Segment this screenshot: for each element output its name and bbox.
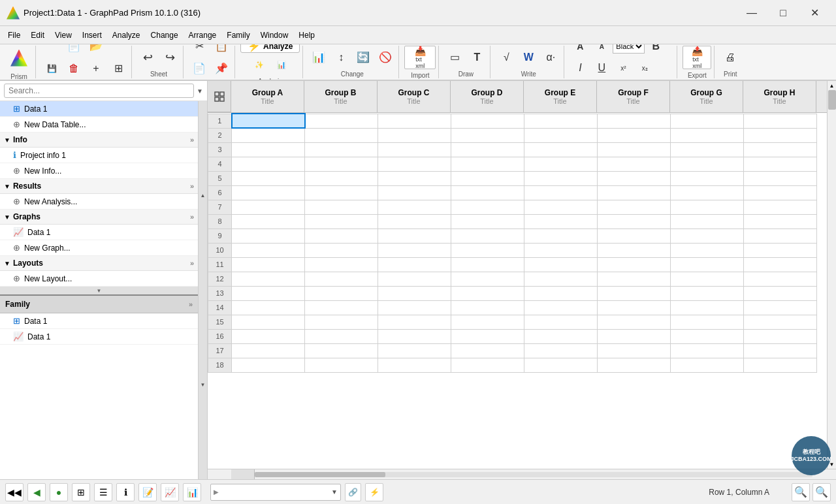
cell-18-B[interactable] — [305, 358, 378, 372]
sidebar-scroll-up[interactable]: ▲ — [199, 101, 207, 291]
cell-18-A[interactable] — [232, 358, 305, 372]
import-button[interactable]: 📥 txtxml — [404, 46, 436, 69]
link-button[interactable]: 🔗 — [345, 483, 361, 501]
cell-16-C[interactable] — [378, 329, 451, 343]
cell-4-D[interactable] — [451, 157, 524, 171]
cell-15-B[interactable] — [305, 315, 378, 329]
cell-18-H[interactable] — [744, 358, 817, 372]
info-expand-btn[interactable]: » — [190, 136, 194, 144]
cell-17-B[interactable] — [305, 343, 378, 358]
cell-12-F[interactable] — [598, 272, 671, 286]
view-grid-button[interactable]: ⊞ — [72, 483, 90, 501]
cell-10-H[interactable] — [744, 243, 817, 257]
cell-13-F[interactable] — [598, 286, 671, 300]
menu-change[interactable]: Change — [146, 28, 184, 42]
sidebar-item-newgraph[interactable]: ⊕ New Graph... — [0, 240, 198, 256]
cell-8-B[interactable] — [305, 214, 378, 228]
sidebar-scroll-down-indicator[interactable]: ▼ — [0, 287, 198, 294]
sidebar-section-results[interactable]: ▼ Results » — [0, 179, 198, 194]
cell-9-H[interactable] — [744, 228, 817, 243]
paste-button[interactable]: 📄 — [189, 58, 210, 79]
print-button[interactable]: 🖨 — [720, 47, 741, 68]
col-header-a[interactable]: Group ATitle — [231, 81, 304, 112]
cell-14-F[interactable] — [598, 300, 671, 315]
exclude-button[interactable]: 🚫 — [375, 47, 396, 68]
font-size-down-button[interactable]: A — [591, 44, 612, 57]
cell-12-D[interactable] — [451, 272, 524, 286]
superscript-button[interactable]: x² — [613, 57, 634, 78]
cell-8-H[interactable] — [744, 214, 817, 228]
cell-13-A[interactable] — [232, 286, 305, 300]
scroll-down-arrow[interactable]: ▼ — [828, 460, 836, 469]
cell-11-F[interactable] — [598, 257, 671, 272]
cell-13-B[interactable] — [305, 286, 378, 300]
cell-8-D[interactable] — [451, 214, 524, 228]
nav-first-button[interactable]: ◀◀ — [5, 483, 24, 501]
cell-18-G[interactable] — [671, 358, 744, 372]
menu-arrange[interactable]: Arrange — [184, 28, 222, 42]
cell-4-F[interactable] — [598, 157, 671, 171]
cell-6-E[interactable] — [524, 185, 598, 200]
cell-6-A[interactable] — [232, 185, 305, 200]
cell-6-F[interactable] — [598, 185, 671, 200]
cell-3-H[interactable] — [744, 142, 817, 157]
menu-insert[interactable]: Insert — [77, 28, 107, 42]
cell-5-B[interactable] — [305, 171, 378, 185]
cell-14-D[interactable] — [451, 300, 524, 315]
math-button[interactable]: √ — [496, 47, 517, 68]
cell-11-G[interactable] — [671, 257, 744, 272]
cell-10-F[interactable] — [598, 243, 671, 257]
cell-10-E[interactable] — [524, 243, 598, 257]
scroll-thumb[interactable] — [828, 90, 836, 110]
cell-5-F[interactable] — [598, 171, 671, 185]
cell-12-G[interactable] — [671, 272, 744, 286]
copy-button[interactable]: 📋 — [211, 44, 232, 57]
cell-5-E[interactable] — [524, 171, 598, 185]
cut-button[interactable]: ✂ — [189, 44, 210, 57]
cell-4-H[interactable] — [744, 157, 817, 171]
sidebar-family-item-data1-graph[interactable]: 📈 Data 1 — [0, 329, 198, 345]
cell-16-F[interactable] — [598, 329, 671, 343]
cell-2-D[interactable] — [451, 128, 524, 142]
cell-14-H[interactable] — [744, 300, 817, 315]
cell-4-B[interactable] — [305, 157, 378, 171]
graph-wand-button[interactable]: ✨ — [249, 54, 270, 75]
cell-3-G[interactable] — [671, 142, 744, 157]
col-header-f[interactable]: Group FTitle — [597, 81, 670, 112]
symbol-button[interactable]: α· — [540, 47, 561, 68]
family-expand-btn[interactable]: » — [189, 300, 193, 308]
link-button2[interactable]: ⚡ — [365, 483, 383, 501]
cell-13-H[interactable] — [744, 286, 817, 300]
cell-11-E[interactable] — [524, 257, 598, 272]
cell-16-H[interactable] — [744, 329, 817, 343]
view-list-button[interactable]: ☰ — [94, 483, 112, 501]
cell-11-H[interactable] — [744, 257, 817, 272]
cell-10-B[interactable] — [305, 243, 378, 257]
cell-6-C[interactable] — [378, 185, 451, 200]
cell-15-C[interactable] — [378, 315, 451, 329]
cell-1-F[interactable] — [598, 114, 671, 128]
cell-10-C[interactable] — [378, 243, 451, 257]
cell-2-H[interactable] — [744, 128, 817, 142]
cell-2-C[interactable] — [378, 128, 451, 142]
bold-button[interactable]: B — [645, 44, 666, 57]
cell-13-G[interactable] — [671, 286, 744, 300]
vertical-scrollbar[interactable]: ▲ ▼ — [827, 81, 836, 469]
cell-11-D[interactable] — [451, 257, 524, 272]
menu-help[interactable]: Help — [293, 28, 320, 42]
cell-1-H[interactable] — [744, 114, 817, 128]
cell-5-C[interactable] — [378, 171, 451, 185]
scroll-up-arrow[interactable]: ▲ — [828, 81, 836, 90]
redo-button[interactable]: ↪ — [159, 47, 180, 68]
cell-12-H[interactable] — [744, 272, 817, 286]
cell-14-A[interactable] — [232, 300, 305, 315]
cell-10-A[interactable] — [232, 243, 305, 257]
sidebar-section-layouts[interactable]: ▼ Layouts » — [0, 256, 198, 271]
word-button[interactable]: W — [518, 47, 539, 68]
cell-12-B[interactable] — [305, 272, 378, 286]
add2-button[interactable]: ⊞ — [108, 58, 129, 79]
sidebar-scroll-down[interactable]: ▼ — [199, 291, 207, 480]
zoom-in-button[interactable]: 🔍 — [812, 483, 831, 501]
cell-9-A[interactable] — [232, 228, 305, 243]
sort-button[interactable]: ↕ — [330, 47, 351, 68]
